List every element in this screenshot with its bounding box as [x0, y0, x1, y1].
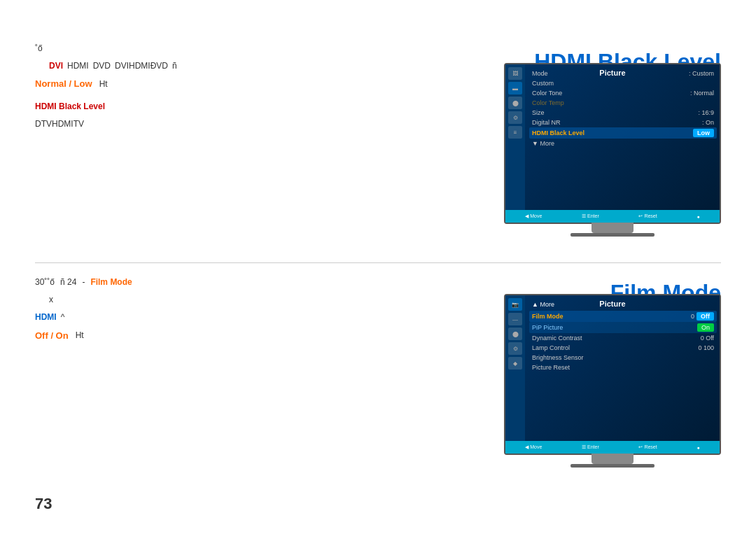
bottom-move-1: ◀ Move: [525, 213, 542, 219]
icon-display: ▬: [508, 82, 522, 94]
bottom-enter-1: ☰ Enter: [582, 213, 599, 219]
menu-row-hdmi-black: HDMI Black Level Low: [529, 127, 717, 139]
menu-row-digitalnr: Digital NR : On: [529, 118, 717, 127]
korean-line5: DTVHDMITV: [35, 119, 84, 129]
korean-line2: DVIHDMIĐVD: [115, 59, 168, 73]
korean-char-1: ˚ő: [35, 42, 43, 55]
dash-1: -: [82, 276, 85, 289]
icon-gear: ⚙: [508, 111, 522, 124]
film-values: 0 Off: [691, 312, 714, 321]
film-mode-ref: Film Mode: [90, 276, 132, 289]
menu-row-custom: Custom: [529, 78, 717, 88]
hdmi-tv-screen: Picture 🖼 ▬ ⬤ ⚙ ≡ Mode : Custom Custom: [504, 63, 721, 224]
menu-items-1: Mode : Custom Custom Color Tone : Normal…: [526, 64, 720, 153]
hdmi-black-level-ref: HDMI Black Level: [35, 101, 105, 111]
menu-row-lamp: Lamp Control 0 100: [529, 343, 717, 353]
xmark: x: [49, 295, 53, 304]
hdmi-black-level-content: ˚ő DVI HDMI DVD DVIHDMIĐVD ñ Normal / Lo…: [35, 42, 399, 136]
icon-bar-2: 📷 — ⬤ ⚙ ◆: [505, 295, 525, 454]
picture-label-2: Picture: [599, 300, 625, 308]
dvi-label: DVI: [49, 59, 63, 73]
icon2-dot: ⬤: [508, 328, 522, 340]
ht-label-2: Ht: [76, 329, 84, 342]
screen-inner-1: Picture 🖼 ▬ ⬤ ⚙ ≡ Mode : Custom Custom: [505, 64, 720, 223]
menu-row-pip: PiP Picture On: [529, 322, 717, 333]
ht-label-1: Ht: [99, 78, 108, 91]
char-ni: ñ: [172, 59, 177, 73]
hdmi-ref: HDMI: [35, 311, 57, 324]
icon-circle: ⬤: [508, 97, 522, 109]
icon2-camera: 📷: [508, 298, 522, 311]
bottom-dot-1: ●: [696, 214, 699, 219]
bottom-move-2: ◀ Move: [525, 444, 542, 450]
bottom-enter-2: ☰ Enter: [582, 444, 599, 450]
bottom-reset-1: ↩ Reset: [638, 213, 657, 219]
page-number: 73: [35, 495, 52, 513]
menu-row-colortone: Color Tone : Normal: [529, 88, 717, 98]
icon-picture: 🖼: [508, 67, 522, 80]
bottom-dot-2: ●: [696, 445, 699, 450]
off-on-label: Off / On: [35, 329, 69, 344]
menu-row-brightness: Brightness Sensor: [529, 353, 717, 363]
hdmi-note: ^: [61, 311, 65, 324]
korean-30: 30˚˚ő: [35, 276, 55, 289]
menu-row-dyncontrast: Dynamic Contrast 0 Off: [529, 333, 717, 343]
tv-stand-base-2: [570, 464, 654, 468]
picture-label-1: Picture: [599, 69, 625, 77]
tv-stand-base-1: [570, 233, 654, 237]
icon-bars: ≡: [508, 126, 522, 139]
dvd-label: DVD: [93, 59, 111, 73]
tv-bottom-bar-2: ◀ Move ☰ Enter ↩ Reset ●: [505, 441, 720, 454]
menu-row-more-1: ▼ More: [529, 139, 717, 148]
hdmi-black-level-section: HDMI Black Level ˚ő DVI HDMI DVD DVIHDMI…: [0, 42, 756, 266]
normal-low-label: Normal / Low: [35, 77, 92, 92]
tv-stand-2: [592, 454, 634, 464]
menu-row-film: Film Mode 0 Off: [529, 311, 717, 322]
icon-bar-1: 🖼 ▬ ⬤ ⚙ ≡: [505, 64, 525, 223]
film-mode-section: Film Mode 30˚˚ő ñ 24 - Film Mode x HDMI …: [0, 273, 756, 497]
icon2-gear: ⚙: [508, 342, 522, 355]
icon2-diamond: ◆: [508, 357, 522, 370]
bottom-reset-2: ↩ Reset: [638, 444, 657, 450]
tv-stand-1: [592, 223, 634, 233]
film-mode-content: 30˚˚ő ñ 24 - Film Mode x HDMI ^ Off / On…: [35, 273, 399, 347]
hdmi-label-top: HDMI: [67, 59, 89, 73]
menu-row-size: Size : 16:9: [529, 108, 717, 118]
tv-bottom-bar-1: ◀ Move ☰ Enter ↩ Reset ●: [505, 210, 720, 223]
menu-row-picreset: Picture Reset: [529, 363, 717, 372]
icon2-line: —: [508, 313, 522, 325]
menu-row-colortemp: Color Temp: [529, 98, 717, 108]
film-mode-tv-screen: Picture 📷 — ⬤ ⚙ ◆ ▲ More Film Mode 0: [504, 294, 721, 455]
screen-inner-2: Picture 📷 — ⬤ ⚙ ◆ ▲ More Film Mode 0: [505, 295, 720, 454]
korean-24: ñ 24: [60, 276, 76, 289]
